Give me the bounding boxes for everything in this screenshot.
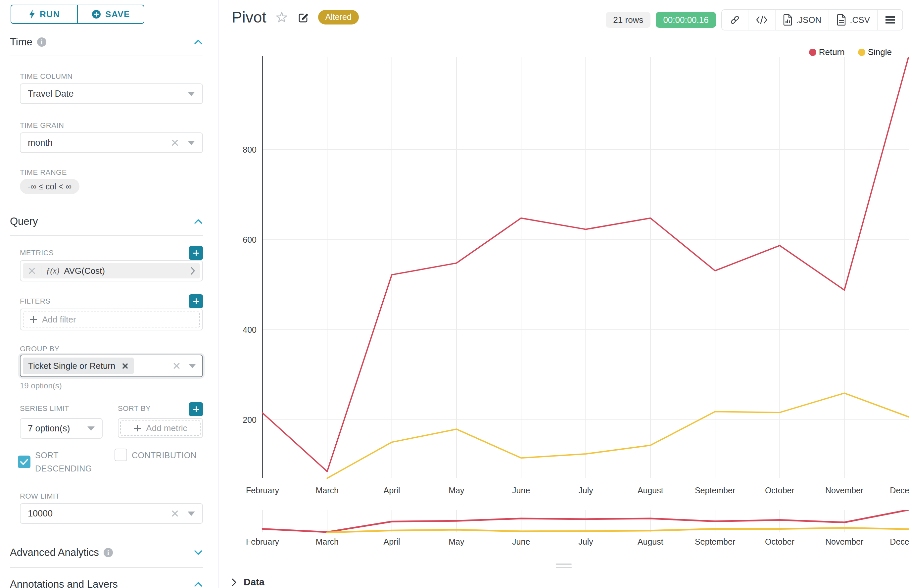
link-icon <box>729 14 741 26</box>
svg-text:March: March <box>316 537 339 546</box>
query-section-header[interactable]: Query <box>10 215 203 228</box>
row-limit-value: 10000 <box>28 509 171 519</box>
plus-circle-icon <box>91 9 101 19</box>
panel-resize-handle[interactable] <box>556 564 572 568</box>
add-filter-dropzone[interactable]: Add filter <box>23 312 200 328</box>
advanced-analytics-header[interactable]: Advanced Analytics <box>10 547 203 559</box>
run-button[interactable]: RUN <box>11 5 77 23</box>
svg-text:August: August <box>638 537 664 546</box>
menu-icon <box>885 16 895 24</box>
json-file-icon <box>783 14 793 26</box>
control-panel: RUN SAVE Time TIME COLUMN Travel Date TI… <box>0 0 218 588</box>
metrics-label: METRICS <box>20 249 54 257</box>
edit-icon[interactable] <box>297 11 310 24</box>
time-column-select[interactable]: Travel Date <box>20 84 203 104</box>
section-divider <box>10 235 203 236</box>
export-toolbar: .JSON .CSV <box>721 9 903 31</box>
info-icon <box>37 37 46 47</box>
series-limit-select[interactable]: 7 option(s) <box>20 418 103 439</box>
contribution-label: CONTRIBUTION <box>132 449 197 462</box>
svg-text:March: March <box>316 486 339 495</box>
chevron-down-icon[interactable] <box>194 549 203 556</box>
add-sort-metric-dropzone[interactable]: Add metric <box>120 420 200 436</box>
section-divider <box>10 567 203 568</box>
export-csv-button[interactable]: .CSV <box>828 10 877 30</box>
chevron-right-icon <box>231 578 237 587</box>
svg-text:November: November <box>825 537 863 546</box>
svg-text:February: February <box>246 486 279 495</box>
svg-text:October: October <box>765 486 794 495</box>
group-by-options-hint: 19 option(s) <box>20 381 203 390</box>
annotations-title: Annotations and Layers <box>10 578 118 588</box>
chevron-right-icon[interactable] <box>190 267 195 275</box>
add-metric-button[interactable] <box>189 246 203 260</box>
svg-text:December: December <box>890 537 909 546</box>
svg-text:December: December <box>890 486 909 495</box>
chevron-up-icon[interactable] <box>194 582 203 587</box>
section-divider <box>10 56 203 56</box>
row-limit-select[interactable]: 10000 <box>20 503 203 524</box>
check-icon <box>20 459 29 465</box>
chevron-down-icon <box>188 512 195 516</box>
favorite-star-icon[interactable] <box>275 11 288 24</box>
filters-control: Add filter <box>20 309 203 330</box>
group-by-select[interactable]: Ticket Single or Return <box>20 355 203 377</box>
add-filter-button[interactable] <box>189 294 203 308</box>
svg-text:400: 400 <box>243 325 257 334</box>
svg-text:May: May <box>449 486 465 495</box>
svg-text:August: August <box>638 486 664 495</box>
time-range-label: TIME RANGE <box>20 168 203 177</box>
chevron-down-icon <box>189 364 196 368</box>
sort-descending-checkbox[interactable] <box>18 456 31 468</box>
data-panel-label: Data <box>244 577 265 588</box>
series-limit-value: 7 option(s) <box>28 423 87 434</box>
svg-text:200: 200 <box>243 415 257 425</box>
metric-pill[interactable]: ƒ(x) AVG(Cost) <box>23 263 200 278</box>
clear-icon[interactable] <box>171 138 179 147</box>
mini-preview-chart[interactable]: FebruaryMarchAprilMayJuneJulyAugustSepte… <box>218 507 909 556</box>
clear-icon[interactable] <box>172 362 181 370</box>
more-options-button[interactable] <box>877 10 903 30</box>
contribution-checkbox[interactable] <box>115 449 127 461</box>
sort-by-control: Add metric <box>118 418 203 438</box>
remove-metric-icon[interactable] <box>27 267 36 275</box>
export-json-button[interactable]: .JSON <box>775 10 829 30</box>
export-json-label: .JSON <box>796 15 822 25</box>
share-link-button[interactable] <box>722 10 748 30</box>
time-column-value: Travel Date <box>28 89 188 99</box>
chevron-down-icon <box>87 426 95 431</box>
svg-text:September: September <box>695 537 735 546</box>
remove-tag-icon[interactable] <box>121 362 128 370</box>
svg-text:October: October <box>765 537 794 546</box>
add-sort-metric-button[interactable] <box>189 402 203 416</box>
save-button[interactable]: SAVE <box>77 5 144 23</box>
chevron-up-icon[interactable] <box>194 39 203 45</box>
divider <box>41 266 41 276</box>
time-grain-select[interactable]: month <box>20 132 203 153</box>
time-range-pill[interactable]: -∞ ≤ col < ∞ <box>20 179 79 194</box>
export-csv-label: .CSV <box>850 15 870 25</box>
svg-text:April: April <box>384 486 400 495</box>
time-grain-label: TIME GRAIN <box>20 121 203 130</box>
svg-text:June: June <box>512 537 530 546</box>
embed-code-button[interactable] <box>748 10 775 30</box>
svg-text:May: May <box>449 537 465 546</box>
code-icon <box>756 15 768 24</box>
chevron-up-icon[interactable] <box>194 218 203 225</box>
time-section-title: Time <box>10 36 32 48</box>
data-panel-toggle[interactable]: Data <box>231 577 265 588</box>
annotations-header[interactable]: Annotations and Layers <box>10 578 203 588</box>
time-grain-value: month <box>28 138 171 148</box>
line-chart[interactable]: 200400600800FebruaryMarchAprilMayJuneJul… <box>218 43 909 513</box>
svg-text:July: July <box>578 537 593 546</box>
svg-text:September: September <box>695 486 735 495</box>
group-by-tag[interactable]: Ticket Single or Return <box>23 357 134 374</box>
time-section-header[interactable]: Time <box>10 36 203 48</box>
svg-text:February: February <box>246 537 279 546</box>
lightning-icon <box>29 9 36 19</box>
svg-text:June: June <box>512 486 530 495</box>
clear-icon[interactable] <box>171 509 179 518</box>
csv-file-icon <box>836 14 846 26</box>
svg-text:July: July <box>578 486 593 495</box>
svg-text:800: 800 <box>243 145 257 154</box>
